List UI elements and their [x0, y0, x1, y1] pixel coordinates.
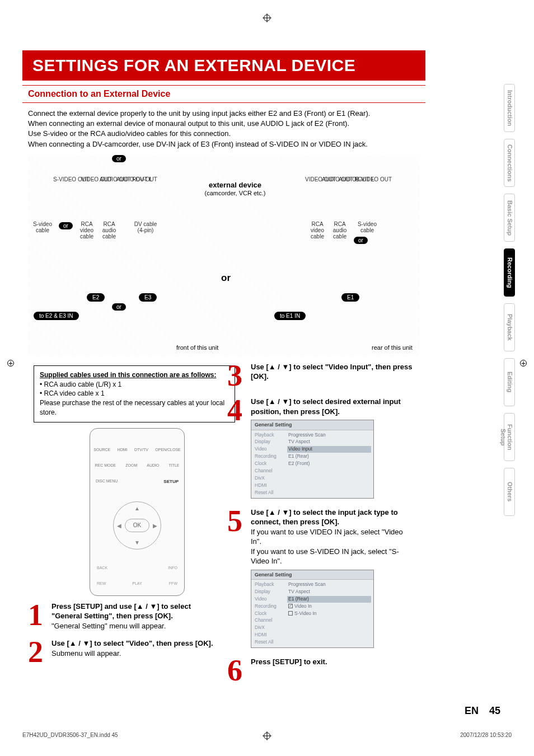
big-or: or	[221, 273, 231, 284]
or-label: or	[112, 303, 126, 311]
remote-label: SOURCE	[93, 448, 110, 452]
remote-label: DISC MENU	[96, 479, 118, 483]
menu-right-item: E1 (Rear)	[287, 453, 371, 460]
step-text: If you want to use VIDEO IN jack, select…	[251, 528, 403, 546]
or-label: or	[59, 222, 73, 229]
menu-right-item: Progressive Scan	[287, 432, 371, 439]
tab-function-setup[interactable]: Function Setup	[504, 413, 515, 461]
step-3: 3 Use [▲ / ▼] to select "Video Input", t…	[227, 362, 415, 389]
menu-left-item: Video	[254, 596, 283, 603]
menu-left-item: Playback	[254, 432, 283, 439]
remote-label: ZOOM	[125, 463, 137, 467]
step-text: Submenu will appear.	[51, 649, 121, 658]
to-e1-in: to E1 IN	[274, 312, 306, 320]
step-number: 1	[28, 602, 47, 631]
or-label: or	[112, 155, 126, 162]
remote-ok: OK	[125, 519, 149, 532]
front-label: front of this unit	[176, 344, 218, 351]
checkbox-icon	[288, 604, 293, 608]
supply-line: • RCA video cable x 1	[40, 389, 229, 398]
menu-left-item: Reset All	[254, 490, 283, 496]
menu-title: General Setting	[255, 572, 292, 577]
cable-svideo-r: S-video cable	[355, 221, 379, 233]
menu-left-item: Display	[254, 439, 283, 445]
step-bold: Use [▲ / ▼] to select desired external i…	[251, 397, 401, 416]
remote-label: AUDIO	[147, 463, 159, 467]
tag-e1: E1	[341, 293, 359, 302]
step-bold: Use [▲ / ▼] to select "Video", then pres…	[51, 639, 213, 647]
tag-e2: E2	[87, 293, 105, 302]
cable-rca-audio-r: RCA audio cable	[330, 221, 349, 240]
page-title: SETTINGS FOR AN EXTERNAL DEVICE	[22, 50, 425, 81]
menu-option-svideo-in: S-Video In	[287, 611, 371, 617]
remote-label: BACK	[97, 566, 107, 570]
remote-label: HDMI	[118, 448, 128, 452]
intro-line: When connecting a DV-camcorder, use DV-I…	[28, 139, 420, 149]
menu-left-item: Recording	[254, 453, 283, 460]
cable-rca-audio: RCA audio cable	[100, 221, 119, 240]
tab-recording[interactable]: Recording	[504, 248, 515, 297]
page-number: EN 45	[465, 705, 500, 717]
step-6: 6 Press [SETUP] to exit.	[227, 657, 415, 684]
page-lang: EN	[465, 705, 479, 716]
menu-left-item: DivX	[254, 624, 283, 631]
tab-editing[interactable]: Editing	[504, 358, 515, 406]
or-label: or	[354, 237, 368, 244]
supply-line: • RCA audio cable (L/R) x 1	[40, 380, 229, 389]
supply-line: Please purchase the rest of the necessar…	[40, 398, 229, 417]
step-text: "General Setting" menu will appear.	[51, 622, 166, 630]
remote-label: DTV/TV	[134, 448, 148, 452]
remote-label: INFO	[168, 566, 177, 570]
tab-connections[interactable]: Connections	[504, 139, 515, 187]
remote-dpad: OK ▲ ▼ ◀ ▶	[113, 501, 161, 550]
down-arrow-icon: ▼	[134, 539, 140, 546]
up-arrow-icon: ▲	[134, 505, 140, 511]
tab-others[interactable]: Others	[504, 468, 515, 516]
menu-left-item: Display	[254, 589, 283, 595]
external-device-title: external device	[196, 181, 274, 189]
menu-left-item: Video	[254, 446, 283, 453]
menu-highlight: Video Input	[287, 446, 371, 453]
right-arrow-icon: ▶	[153, 522, 157, 528]
menu-right-item: Progressive Scan	[287, 581, 371, 588]
tab-playback[interactable]: Playback	[504, 303, 515, 351]
label-svideo-out-r: S-VIDEO OUT	[355, 176, 392, 182]
step-text: If you want to use S-VIDEO IN jack, sele…	[251, 547, 399, 566]
connection-diagram: or S-VIDEO OUT VIDEO OUT AUDIO OUT R AUD…	[28, 155, 420, 356]
menu-right-item: TV Aspect	[287, 439, 371, 445]
remote-label: FFW	[169, 581, 177, 585]
menu-left-item: Channel	[254, 468, 283, 475]
cable-rca-video: RCA video cable	[77, 221, 96, 240]
remote-label: OPEN/CLOSE	[155, 448, 181, 452]
cable-dv: DV cable (4-pin)	[133, 221, 158, 233]
menu-left-item: Clock	[254, 461, 283, 467]
to-e2-e3-in: to E2 & E3 IN	[34, 312, 79, 320]
intro-line: Connect the external device properly to …	[28, 109, 420, 119]
step-bold: Use [▲ / ▼] to select the input jack typ…	[251, 508, 398, 527]
remote-label: TITLE	[168, 463, 179, 467]
remote-label: REC MODE	[95, 463, 116, 467]
step-bold: Use [▲ / ▼] to select "Video Input", the…	[251, 363, 412, 381]
menu-left-item: HDMI	[254, 632, 283, 638]
step-bold: Press [SETUP] and use [▲ / ▼] to select …	[51, 602, 191, 621]
general-setting-menu: General Setting Playback Display Video R…	[251, 420, 374, 498]
tab-introduction[interactable]: Introduction	[504, 84, 515, 132]
general-setting-menu: General Setting Playback Display Video R…	[251, 570, 374, 648]
step-2: 2 Use [▲ / ▼] to select "Video", then pr…	[28, 638, 216, 666]
external-device-sub: (camcorder, VCR etc.)	[196, 190, 274, 196]
remote-setup-label: SETUP	[163, 479, 179, 484]
menu-left-item: Channel	[254, 617, 283, 624]
page-num-value: 45	[489, 705, 500, 716]
section-header: Connection to an External Device	[22, 85, 425, 103]
side-tabs: Introduction Connections Basic Setup Rec…	[504, 84, 515, 516]
step-number: 2	[28, 638, 47, 666]
tab-basic-setup[interactable]: Basic Setup	[504, 194, 515, 242]
intro-text: Connect the external device properly to …	[22, 109, 425, 149]
intro-line: When connecting an external device of mo…	[28, 119, 420, 129]
menu-right-item: TV Aspect	[287, 589, 371, 595]
menu-left-item: HDMI	[254, 482, 283, 489]
menu-left-item: DivX	[254, 475, 283, 482]
menu-left-item: Reset All	[254, 639, 283, 646]
tag-e3: E3	[139, 293, 157, 302]
menu-left-item: Recording	[254, 603, 283, 610]
